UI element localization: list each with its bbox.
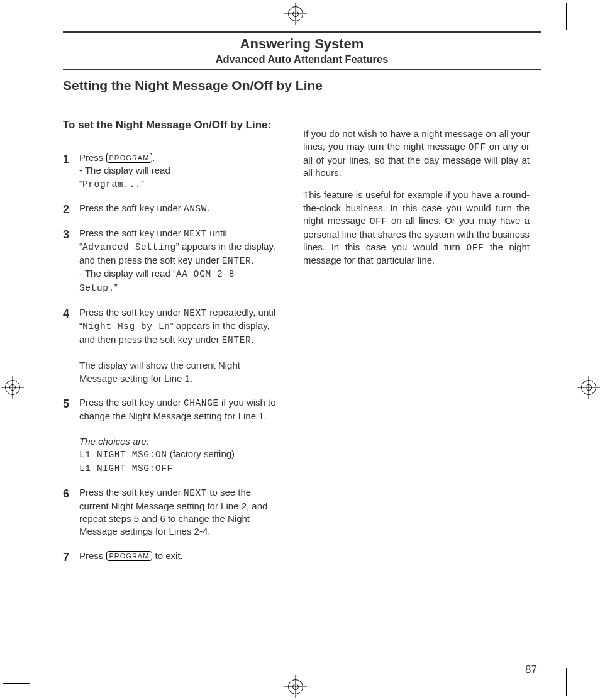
paragraph: This feature is useful for example if yo… bbox=[303, 189, 530, 267]
lcd-text: ENTER bbox=[222, 256, 252, 266]
page-content: Answering System Advanced Auto Attendant… bbox=[63, 31, 541, 574]
registration-mark-left bbox=[1, 376, 24, 399]
lcd-text: OFF bbox=[466, 243, 484, 253]
right-column: If you do not wish to have a night messa… bbox=[303, 118, 530, 574]
program-button: PROGRAM bbox=[106, 551, 153, 561]
page-number: 87 bbox=[525, 664, 537, 676]
registration-mark-top bbox=[284, 3, 307, 25]
lcd-text: NEXT bbox=[184, 308, 207, 318]
lcd-text: Advanced Setting bbox=[82, 242, 176, 252]
step-2: Press the soft key under ANSW. bbox=[63, 202, 278, 216]
lcd-text: ANSW bbox=[184, 204, 207, 214]
step-4: Press the soft key under NEXT repeatedly… bbox=[63, 306, 278, 385]
step-7: Press PROGRAM to exit. bbox=[63, 550, 278, 562]
step-1: Press PROGRAM. - The display will read “… bbox=[63, 152, 278, 191]
paragraph: If you do not wish to have a night messa… bbox=[303, 128, 530, 179]
lcd-text: Night Msg by Ln bbox=[82, 321, 170, 331]
program-button: PROGRAM bbox=[106, 153, 153, 163]
lcd-text: OFF bbox=[469, 142, 486, 152]
procedure-heading: To set the Night Message On/Off by Line: bbox=[63, 118, 278, 133]
lcd-text: OFF bbox=[370, 216, 387, 226]
lcd-text: ENTER bbox=[222, 335, 252, 345]
header-title: Answering System bbox=[63, 35, 541, 53]
step-5: Press the soft key under CHANGE if you w… bbox=[63, 396, 278, 475]
choices-label: The choices are: bbox=[79, 436, 149, 447]
header-subtitle: Advanced Auto Attendant Features bbox=[63, 53, 541, 66]
lcd-text: CHANGE bbox=[184, 398, 219, 408]
step-6: Press the soft key under NEXT to see the… bbox=[63, 486, 278, 538]
page-title: Setting the Night Message On/Off by Line bbox=[63, 78, 541, 93]
registration-mark-right bbox=[577, 376, 600, 399]
section-header: Answering System Advanced Auto Attendant… bbox=[63, 31, 541, 70]
step-3: Press the soft key under NEXT until “Adv… bbox=[63, 227, 278, 295]
lcd-text: NEXT bbox=[184, 229, 207, 239]
registration-mark-bottom bbox=[284, 675, 307, 698]
lcd-text: NEXT bbox=[184, 488, 207, 498]
lcd-text: L1 NIGHT MSG:ON bbox=[79, 450, 167, 460]
left-column: To set the Night Message On/Off by Line:… bbox=[63, 118, 278, 574]
step-list: Press PROGRAM. - The display will read “… bbox=[63, 152, 278, 562]
lcd-text: Program... bbox=[82, 179, 141, 189]
lcd-text: L1 NIGHT MSG:OFF bbox=[79, 464, 173, 474]
